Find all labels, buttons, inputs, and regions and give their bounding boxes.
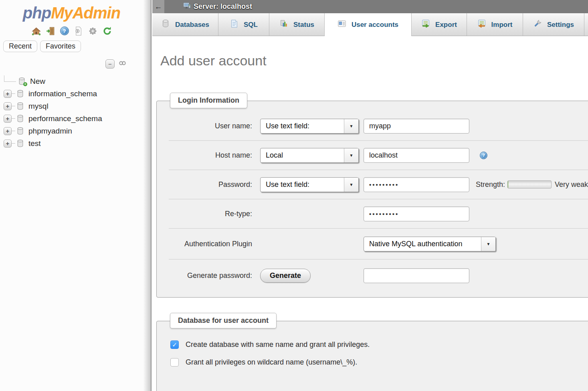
expand-icon[interactable]: + [4, 90, 12, 98]
password-strength: Strength: Very weak [476, 180, 588, 189]
tree-tools: − [0, 59, 127, 69]
sidebar-toolbar: ? [0, 25, 143, 36]
strength-text: Very weak [555, 180, 588, 189]
chevron-down-icon: ▼ [481, 237, 495, 251]
back-button[interactable]: ← [152, 0, 164, 13]
strength-label: Strength: [476, 180, 505, 189]
select-value: Native MySQL authentication [364, 240, 481, 248]
reload-icon[interactable] [102, 26, 112, 36]
logo-myadmin: MyAdmin [51, 4, 120, 22]
create-database-checkbox[interactable] [170, 340, 179, 349]
auth-plugin-row: Authentication Plugin Native MySQL authe… [169, 229, 588, 259]
import-icon [477, 19, 486, 30]
expand-icon[interactable]: + [4, 115, 12, 123]
tree-item-new[interactable]: + New [0, 75, 143, 87]
server-tabs: Databases SQL Status User accounts Expor… [152, 13, 588, 36]
database-icon [16, 114, 24, 123]
select-value: Use text field: [261, 180, 344, 189]
tree-item-label: test [27, 139, 41, 148]
strength-meter [507, 180, 552, 188]
password-input[interactable] [364, 177, 469, 192]
tab-label: Import [491, 21, 513, 29]
logout-icon[interactable] [46, 26, 56, 36]
tree-item-label: information_schema [27, 89, 97, 98]
tab-status[interactable]: Status [269, 13, 325, 36]
tree-item-database[interactable]: + information_schema [0, 87, 143, 100]
page-title: Add user account [160, 53, 588, 69]
databases-icon [161, 19, 170, 30]
server-title[interactable]: Server: localhost [194, 2, 252, 11]
password-row: Password: Use text field: ▼ Strength: Ve… [169, 170, 588, 199]
favorites-button[interactable]: Favorites [40, 41, 81, 52]
password-type-select[interactable]: Use text field: ▼ [260, 177, 359, 192]
tree-twig [12, 118, 15, 119]
tree-twig [12, 93, 15, 94]
chevron-down-icon: ▼ [344, 119, 358, 133]
strength-fill [508, 181, 508, 188]
tab-settings[interactable]: Settings [523, 13, 584, 36]
tree-item-database[interactable]: + performance_schema [0, 112, 143, 125]
tab-import[interactable]: Import [467, 13, 523, 36]
database-icon [16, 102, 24, 110]
host-name-input[interactable] [364, 148, 469, 163]
settings-icon[interactable] [88, 26, 98, 36]
retype-row: Re-type: [169, 199, 588, 229]
help-icon[interactable]: ? [60, 26, 69, 35]
server-breadcrumb-bar: ← Server: localhost [152, 0, 588, 13]
chevron-down-icon: ▼ [344, 178, 358, 192]
retype-password-input[interactable] [364, 207, 469, 221]
tab-label: Export [435, 21, 457, 29]
auth-plugin-label: Authentication Plugin [169, 240, 252, 248]
tree-item-database[interactable]: + test [0, 137, 143, 150]
export-icon [421, 19, 430, 30]
host-help-icon[interactable]: ? [480, 152, 487, 159]
select-value: Local [261, 151, 344, 160]
navigation-panel: phpMyAdmin ? Recent Favorites − + New + … [0, 0, 143, 391]
tab-user-accounts[interactable]: User accounts [325, 13, 412, 36]
database-for-user-fieldset: Database for user account Create databas… [156, 321, 588, 391]
tab-label: Databases [175, 21, 209, 29]
expand-icon[interactable]: + [4, 102, 12, 110]
tree-twig [12, 143, 15, 144]
tree-item-label: mysql [27, 102, 48, 111]
tab-export[interactable]: Export [412, 13, 467, 36]
panel-divider[interactable] [143, 0, 152, 391]
grant-wildcard-checkbox[interactable] [170, 358, 179, 367]
recent-button[interactable]: Recent [3, 41, 37, 52]
phpmyadmin-logo[interactable]: phpMyAdmin [0, 0, 143, 22]
home-icon[interactable] [31, 26, 41, 36]
docs-icon[interactable] [73, 26, 83, 36]
user-name-type-select[interactable]: Use text field: ▼ [260, 119, 359, 134]
tab-databases[interactable]: Databases [152, 13, 218, 36]
user-accounts-icon [337, 19, 346, 30]
tree-item-database[interactable]: + mysql [0, 100, 143, 112]
generate-password-row: Generate password: Generate [169, 259, 588, 292]
grant-wildcard-option: Grant all privileges on wildcard name (u… [170, 358, 588, 367]
user-name-row: User name: Use text field: ▼ [169, 111, 588, 141]
breadcrumb: Server: localhost [183, 2, 252, 12]
tab-sql[interactable]: SQL [218, 13, 269, 36]
tree-item-label: New [28, 77, 45, 86]
link-icon[interactable] [118, 59, 127, 69]
user-name-label: User name: [169, 122, 252, 130]
chevron-down-icon: ▼ [344, 148, 358, 162]
expand-icon[interactable]: + [4, 127, 12, 135]
server-icon [183, 2, 191, 12]
generated-password-input[interactable] [364, 268, 469, 283]
host-type-select[interactable]: Local ▼ [260, 148, 359, 163]
collapse-all-icon[interactable]: − [105, 59, 115, 69]
expand-icon[interactable]: + [4, 140, 12, 148]
password-label: Password: [169, 180, 252, 189]
tab-label: User accounts [352, 21, 398, 29]
plus-badge: + [23, 82, 27, 86]
generate-button[interactable]: Generate [260, 269, 311, 283]
auth-plugin-select[interactable]: Native MySQL authentication ▼ [364, 237, 496, 251]
tab-label: Status [293, 21, 314, 29]
tree-item-label: performance_schema [27, 114, 102, 123]
user-name-input[interactable] [364, 119, 469, 134]
tree-item-database[interactable]: + phpmyadmin [0, 125, 143, 137]
logo-php: php [23, 4, 51, 22]
database-tree: + New + information_schema + mysql + per… [0, 75, 143, 150]
retype-label: Re-type: [169, 210, 252, 218]
sql-icon [230, 19, 238, 30]
